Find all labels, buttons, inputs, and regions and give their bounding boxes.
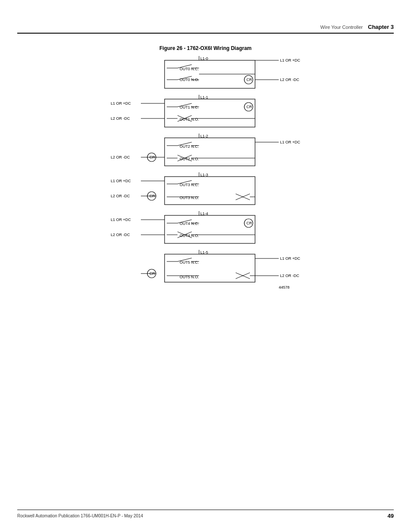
svg-text:L1-4: L1-4 (200, 212, 208, 216)
svg-text:L2 OR -DC: L2 OR -DC (280, 274, 299, 278)
publication-info: Rockwell Automation Publication 1766-UM0… (17, 513, 143, 518)
wiring-svg: text { font-family: Arial, Helvetica, sa… (85, 56, 326, 349)
svg-text:L1 OR +DC: L1 OR +DC (280, 140, 300, 144)
svg-text:CR: CR (246, 78, 252, 82)
svg-rect-90 (165, 254, 255, 282)
svg-text:L1-2: L1-2 (200, 134, 208, 138)
svg-text:OUT2 N.C.: OUT2 N.C. (180, 144, 199, 149)
svg-text:L1 OR +DC: L1 OR +DC (111, 101, 131, 106)
svg-text:44578: 44578 (279, 285, 290, 289)
chapter-label: Chapter 3 (368, 24, 394, 30)
svg-rect-36 (165, 138, 255, 166)
svg-text:L1 OR +DC: L1 OR +DC (111, 179, 131, 183)
svg-text:L2 OR -DC: L2 OR -DC (111, 116, 130, 121)
svg-text:L1 OR +DC: L1 OR +DC (280, 256, 300, 261)
svg-text:L1 OR +DC: L1 OR +DC (111, 218, 131, 222)
figure-title: Figure 26 - 1762-OX6I Wiring Diagram (0, 45, 411, 51)
svg-rect-54 (165, 177, 255, 205)
svg-text:CR: CR (246, 105, 252, 109)
svg-text:L2 OR -DC: L2 OR -DC (111, 194, 130, 198)
page-number: 49 (388, 513, 394, 519)
svg-text:OUT3 N.C.: OUT3 N.C. (180, 183, 199, 187)
page-header: Wire Your Controller Chapter 3 (17, 24, 394, 34)
svg-text:OUT0 N.C.: OUT0 N.C. (180, 67, 199, 71)
svg-text:OUT5 N.C.: OUT5 N.C. (180, 260, 199, 264)
svg-text:L1-1: L1-1 (200, 95, 208, 100)
svg-text:CR: CR (149, 194, 155, 198)
wiring-diagram: text { font-family: Arial, Helvetica, sa… (85, 56, 326, 349)
svg-rect-18 (165, 99, 255, 127)
svg-text:L1-5: L1-5 (200, 250, 208, 255)
svg-text:CR: CR (149, 155, 155, 159)
svg-text:L1-0: L1-0 (200, 56, 208, 61)
svg-text:CR: CR (246, 221, 252, 225)
page-footer: Rockwell Automation Publication 1766-UM0… (17, 510, 394, 519)
svg-text:OUT3 N.O.: OUT3 N.O. (180, 196, 199, 200)
svg-text:L1-3: L1-3 (200, 173, 208, 177)
svg-text:L1 OR +DC: L1 OR +DC (280, 58, 300, 62)
section-title: Wire Your Controller (321, 25, 363, 30)
svg-rect-72 (165, 215, 255, 243)
svg-text:L2 OR -DC: L2 OR -DC (111, 233, 130, 237)
svg-text:L2 OR -DC: L2 OR -DC (280, 78, 299, 82)
svg-text:L2 OR -DC: L2 OR -DC (111, 155, 130, 159)
